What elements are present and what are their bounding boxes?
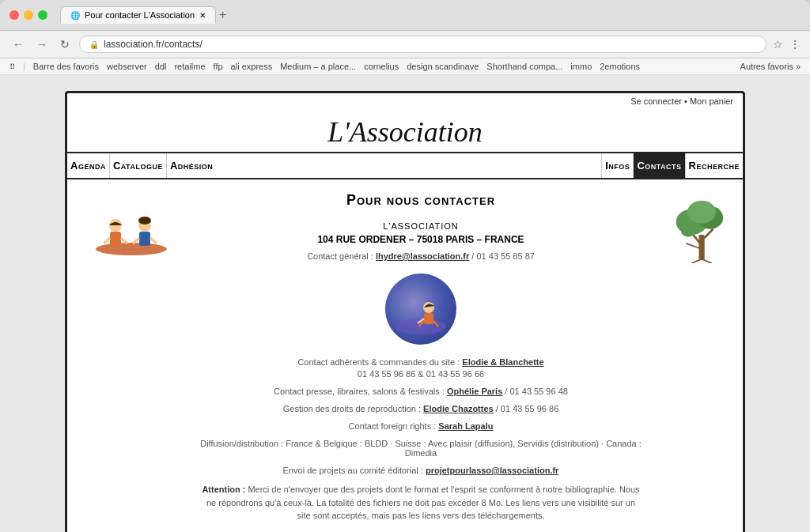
contact-sarah-lapalu[interactable]: Sarah Lapalu [438, 421, 493, 431]
cart-link[interactable]: Mon panier [690, 96, 733, 106]
svg-point-12 [423, 302, 434, 313]
nav-item-infos[interactable]: Infos [601, 153, 634, 178]
sidebar-left [80, 192, 175, 523]
contact-line-1-phone: 01 43 55 96 86 & 01 43 55 96 66 [199, 369, 643, 379]
browser-content: Se connecter • Mon panier L'Association … [0, 75, 810, 532]
attention-label: Attention : [202, 485, 245, 494]
contact-line-3: Gestion des droits de reproduction : Elo… [199, 404, 643, 413]
site-content: Pour nous contacter L'ASSOCIATION 104 RU… [183, 192, 659, 523]
contact-general: Contact général : lhydre@lassociation.fr… [199, 251, 643, 261]
nav-spacer [216, 153, 601, 178]
bookmark-ddl[interactable]: ddl [155, 62, 167, 71]
tab-close-icon[interactable]: ✕ [199, 11, 206, 20]
more-icon[interactable]: ⋮ [789, 38, 801, 51]
browser-window: 🌐 Pour contacter L'Association ✕ + ← → ↻… [0, 0, 810, 532]
bookmark-barre-des-favoris[interactable]: Barre des favoris [33, 62, 99, 71]
tree-illustration [675, 192, 730, 263]
site-main: Pour nous contacter L'ASSOCIATION 104 RU… [67, 179, 743, 532]
bookmark-cornelius[interactable]: cornelius [364, 62, 399, 71]
nav-item-catalogue[interactable]: Catalogue [110, 153, 167, 178]
attention-section: Attention : Merci de n'envoyer que des p… [199, 483, 643, 523]
diffusion-text: France & Belgique : BLDD · Suisse : Avec… [286, 439, 642, 458]
bookmark-webserver[interactable]: webserver [107, 62, 147, 71]
contact-ophelie-paris[interactable]: Ophélie Paris [447, 387, 502, 396]
nav-item-recherche[interactable]: Recherche [686, 153, 743, 178]
forward-button[interactable]: → [33, 36, 51, 52]
sidebar-right [667, 192, 730, 523]
bookmark-icon[interactable]: ☆ [773, 38, 783, 51]
nav-item-contacts[interactable]: Contacts [634, 153, 685, 178]
contact-section-2: Contact presse, libraires, salons & fest… [199, 387, 643, 396]
tab-favicon-icon: 🌐 [70, 11, 80, 20]
contact-elodie-chazottes[interactable]: Elodie Chazottes [423, 404, 494, 413]
org-name: L'ASSOCIATION [199, 221, 643, 231]
attention-text: Merci de n'envoyer que des projets dont … [206, 485, 640, 520]
top-right-bar: Se connecter • Mon panier [67, 93, 743, 109]
lock-icon: 🔒 [89, 40, 99, 49]
svg-rect-13 [424, 313, 433, 324]
editorial-label: Envoi de projets au comité éditorial : [283, 466, 423, 475]
bookmark-immo[interactable]: immo [570, 62, 592, 71]
tab-bar: 🌐 Pour contacter L'Association ✕ + [60, 6, 801, 24]
site-header: L'Association [67, 109, 743, 153]
site-logo[interactable]: L'Association [67, 115, 743, 149]
site-nav: Agenda Catalogue Adhésion Infos Contacts… [67, 153, 743, 179]
tab-title: Pour contacter L'Association [85, 10, 195, 20]
active-tab[interactable]: 🌐 Pour contacter L'Association ✕ [60, 6, 216, 24]
bookmark-autres-favoris[interactable]: Autres favoris » [740, 62, 801, 71]
traffic-lights [9, 10, 47, 20]
bookmark-design-scandinave[interactable]: design scandinave [407, 62, 479, 71]
svg-line-9 [150, 238, 157, 243]
bookmark-ali-express[interactable]: ali express [231, 62, 273, 71]
contact-line-2: Contact presse, libraires, salons & fest… [199, 387, 643, 396]
svg-line-5 [121, 238, 127, 243]
nav-item-adhesion[interactable]: Adhésion [167, 153, 216, 178]
svg-line-25 [692, 259, 702, 263]
bookmarks-bar: ⠿ | Barre des favoris webserver ddl reta… [0, 58, 810, 75]
character-svg [389, 277, 452, 341]
bookmark-medium[interactable]: Medium – a place... [280, 62, 356, 71]
titlebar: 🌐 Pour contacter L'Association ✕ + [0, 0, 810, 31]
editorial-email[interactable]: projetpourlasso@lassociation.fr [426, 466, 558, 475]
minimize-button[interactable] [24, 10, 33, 20]
contact-section-1: Contact adhérents & commandes du site : … [199, 357, 643, 379]
bookmark-2emotions[interactable]: 2emotions [600, 62, 640, 71]
nav-group-left: Agenda Catalogue Adhésion [67, 153, 216, 178]
diffusion-label: Diffusion/distribution : [200, 439, 283, 448]
refresh-button[interactable]: ↻ [57, 36, 73, 52]
contact-general-email[interactable]: lhydre@lassociation.fr [376, 251, 469, 261]
address-bar[interactable]: 🔒 lassociation.fr/contacts/ [79, 36, 766, 53]
contact-line-4: Contact foreign rights : Sarah Lapalu [199, 421, 643, 431]
contact-line-1-label: Contact adhérents & commandes du site : … [199, 357, 643, 367]
page-title: Pour nous contacter [199, 192, 643, 209]
apps-icon[interactable]: ⠿ [9, 62, 15, 71]
svg-line-4 [104, 238, 110, 243]
svg-point-10 [138, 217, 151, 224]
svg-point-1 [101, 244, 161, 254]
nav-group-right: Infos Contacts Recherche [601, 153, 743, 178]
back-button[interactable]: ← [9, 36, 27, 52]
browser-nav: ← → ↻ 🔒 lassociation.fr/contacts/ ☆ ⋮ [0, 31, 810, 58]
svg-line-8 [133, 238, 139, 243]
site-wrapper: Se connecter • Mon panier L'Association … [65, 91, 745, 532]
nav-item-agenda[interactable]: Agenda [67, 153, 110, 178]
illustration-left [80, 192, 175, 263]
svg-point-24 [681, 225, 695, 236]
svg-point-23 [687, 201, 716, 224]
login-link[interactable]: Se connecter [630, 96, 682, 106]
bookmark-shorthand[interactable]: Shorthand compa... [486, 62, 562, 71]
bookmark-retailme[interactable]: retailme [174, 62, 205, 71]
contact-section-3: Gestion des droits de reproduction : Elo… [199, 404, 643, 413]
contact-section-4: Contact foreign rights : Sarah Lapalu [199, 421, 643, 431]
bookmark-ffp[interactable]: ffp [214, 62, 223, 71]
separator: • [684, 96, 690, 106]
svg-line-19 [702, 229, 713, 240]
editorial-section: Envoi de projets au comité éditorial : p… [199, 466, 643, 475]
contact-elodie-blanchette[interactable]: Elodie & Blanchette [462, 357, 543, 367]
new-tab-button[interactable]: + [219, 8, 226, 22]
contact-general-label: Contact général : [307, 251, 373, 261]
contact-general-phone: / 01 43 55 85 87 [471, 251, 535, 261]
svg-rect-3 [110, 232, 121, 246]
close-button[interactable] [9, 10, 19, 20]
maximize-button[interactable] [38, 10, 47, 20]
